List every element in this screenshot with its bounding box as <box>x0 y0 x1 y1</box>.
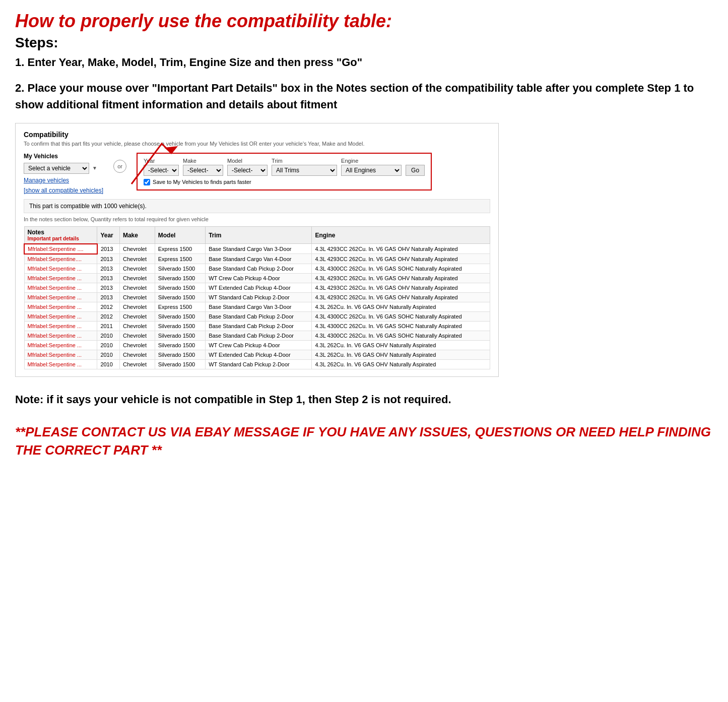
dropdown-arrow-icon: ▼ <box>92 165 97 171</box>
cell-model: Silverado 1500 <box>155 283 205 292</box>
cell-year: 2012 <box>97 311 120 321</box>
cell-engine: 4.3L 4300CC 262Cu. In. V6 GAS SOHC Natur… <box>312 311 490 321</box>
cell-model: Express 1500 <box>155 244 205 254</box>
table-row: Mfrlabel:Serpentine ... 2012 Chevrolet S… <box>24 311 490 321</box>
cell-make: Chevrolet <box>119 340 155 350</box>
cell-notes: Mfrlabel:Serpentine ... <box>24 311 97 321</box>
table-row: Mfrlabel:Serpentine ... 2013 Chevrolet S… <box>24 264 490 273</box>
save-checkbox[interactable] <box>144 179 150 185</box>
cell-model: Silverado 1500 <box>155 292 205 302</box>
cell-notes: Mfrlabel:Serpentine ... <box>24 331 97 340</box>
engine-select[interactable]: All Engines <box>341 165 402 176</box>
table-row: Mfrlabel:Serpentine .... 2013 Chevrolet … <box>24 244 490 254</box>
cell-year: 2013 <box>97 254 120 264</box>
step1-text: 1. Enter Year, Make, Model, Trim, Engine… <box>15 55 713 71</box>
cell-make: Chevrolet <box>119 350 155 359</box>
engine-label: Engine <box>341 158 402 164</box>
trim-select[interactable]: All Trims <box>272 165 337 176</box>
compat-controls: My Vehicles Select a vehicle ▼ Manage ve… <box>24 153 490 194</box>
table-row: Mfrlabel:Serpentine ... 2012 Chevrolet E… <box>24 302 490 311</box>
cell-model: Silverado 1500 <box>155 340 205 350</box>
or-divider: or <box>113 160 126 173</box>
cell-make: Chevrolet <box>119 311 155 321</box>
cell-trim: Base Standard Cab Pickup 2-Door <box>206 321 312 331</box>
cell-engine: 4.3L 4293CC 262Cu. In. V6 GAS OHV Natura… <box>312 283 490 292</box>
cell-notes: Mfrlabel:Serpentine ... <box>24 340 97 350</box>
cell-make: Chevrolet <box>119 359 155 369</box>
cell-model: Silverado 1500 <box>155 264 205 273</box>
my-vehicles-section: My Vehicles Select a vehicle ▼ Manage ve… <box>24 153 103 194</box>
cell-year: 2010 <box>97 340 120 350</box>
model-select[interactable]: -Select- <box>227 165 268 176</box>
year-label: Year <box>144 158 179 164</box>
cell-trim: WT Standard Cab Pickup 2-Door <box>206 292 312 302</box>
table-row: Mfrlabel:Serpentine ... 2010 Chevrolet S… <box>24 331 490 340</box>
cell-trim: Base Standard Cargo Van 3-Door <box>206 244 312 254</box>
vehicle-select-row: Select a vehicle ▼ <box>24 163 103 174</box>
cell-year: 2010 <box>97 331 120 340</box>
col-header-notes: Notes Important part details <box>24 226 97 244</box>
year-make-section: Year -Select- Make -Select- Model -Selec… <box>137 153 432 190</box>
table-row: Mfrlabel:Serpentine.... 2013 Chevrolet E… <box>24 254 490 264</box>
make-field-group: Make -Select- <box>183 158 223 176</box>
cell-model: Silverado 1500 <box>155 359 205 369</box>
cell-year: 2012 <box>97 302 120 311</box>
table-row: Mfrlabel:Serpentine ... 2010 Chevrolet S… <box>24 340 490 350</box>
cell-make: Chevrolet <box>119 321 155 331</box>
cell-model: Express 1500 <box>155 302 205 311</box>
manage-vehicles-link[interactable]: Manage vehicles <box>24 177 103 184</box>
note-text: Note: if it says your vehicle is not com… <box>15 391 713 408</box>
year-select[interactable]: -Select- <box>144 165 179 176</box>
engine-field-group: Engine All Engines <box>341 158 402 176</box>
quantity-note: In the notes section below, Quantity ref… <box>24 216 490 222</box>
steps-heading: Steps: <box>15 35 713 51</box>
table-row: Mfrlabel:Serpentine ... 2011 Chevrolet S… <box>24 321 490 331</box>
model-field-group: Model -Select- <box>227 158 268 176</box>
main-title: How to properly use the compatibility ta… <box>15 10 713 32</box>
cell-trim: WT Crew Cab Pickup 4-Door <box>206 273 312 283</box>
compatibility-table: Notes Important part details Year Make M… <box>24 226 490 369</box>
cell-trim: WT Extended Cab Pickup 4-Door <box>206 283 312 292</box>
compat-title: Compatibility <box>24 131 490 139</box>
save-checkbox-row: Save to My Vehicles to finds parts faste… <box>144 179 425 185</box>
table-row: Mfrlabel:Serpentine ... 2010 Chevrolet S… <box>24 359 490 369</box>
col-header-year: Year <box>97 226 120 244</box>
cell-engine: 4.3L 262Cu. In. V6 GAS OHV Naturally Asp… <box>312 359 490 369</box>
cell-make: Chevrolet <box>119 264 155 273</box>
cell-engine: 4.3L 4300CC 262Cu. In. V6 GAS SOHC Natur… <box>312 331 490 340</box>
cell-year: 2013 <box>97 273 120 283</box>
table-row: Mfrlabel:Serpentine ... 2013 Chevrolet S… <box>24 292 490 302</box>
cell-make: Chevrolet <box>119 292 155 302</box>
cell-engine: 4.3L 4293CC 262Cu. In. V6 GAS OHV Natura… <box>312 254 490 264</box>
my-vehicles-label: My Vehicles <box>24 153 103 160</box>
step2-text: 2. Place your mouse over "Important Part… <box>15 80 713 113</box>
compatibility-section: Compatibility To confirm that this part … <box>15 123 499 377</box>
model-label: Model <box>227 158 268 164</box>
cell-year: 2010 <box>97 350 120 359</box>
cell-make: Chevrolet <box>119 254 155 264</box>
cell-model: Express 1500 <box>155 254 205 264</box>
make-select[interactable]: -Select- <box>183 165 223 176</box>
cell-model: Silverado 1500 <box>155 321 205 331</box>
cell-make: Chevrolet <box>119 302 155 311</box>
col-header-model: Model <box>155 226 205 244</box>
contact-text: **PLEASE CONTACT US VIA EBAY MESSAGE IF … <box>15 423 713 460</box>
cell-notes: Mfrlabel:Serpentine.... <box>24 254 97 264</box>
go-button[interactable]: Go <box>406 165 425 176</box>
vehicle-select[interactable]: Select a vehicle <box>24 163 89 174</box>
make-label: Make <box>183 158 223 164</box>
cell-year: 2013 <box>97 244 120 254</box>
cell-notes: Mfrlabel:Serpentine ... <box>24 350 97 359</box>
cell-model: Silverado 1500 <box>155 350 205 359</box>
trim-label: Trim <box>272 158 337 164</box>
show-all-link[interactable]: [show all compatible vehicles] <box>24 187 103 194</box>
cell-notes: Mfrlabel:Serpentine ... <box>24 283 97 292</box>
table-row: Mfrlabel:Serpentine ... 2013 Chevrolet S… <box>24 283 490 292</box>
trim-field-group: Trim All Trims <box>272 158 337 176</box>
cell-engine: 4.3L 4293CC 262Cu. In. V6 GAS OHV Natura… <box>312 273 490 283</box>
cell-engine: 4.3L 4300CC 262Cu. In. V6 GAS SOHC Natur… <box>312 321 490 331</box>
cell-engine: 4.3L 4300CC 262Cu. In. V6 GAS SOHC Natur… <box>312 264 490 273</box>
table-row: Mfrlabel:Serpentine ... 2013 Chevrolet S… <box>24 273 490 283</box>
cell-make: Chevrolet <box>119 283 155 292</box>
cell-trim: Base Standard Cargo Van 4-Door <box>206 254 312 264</box>
